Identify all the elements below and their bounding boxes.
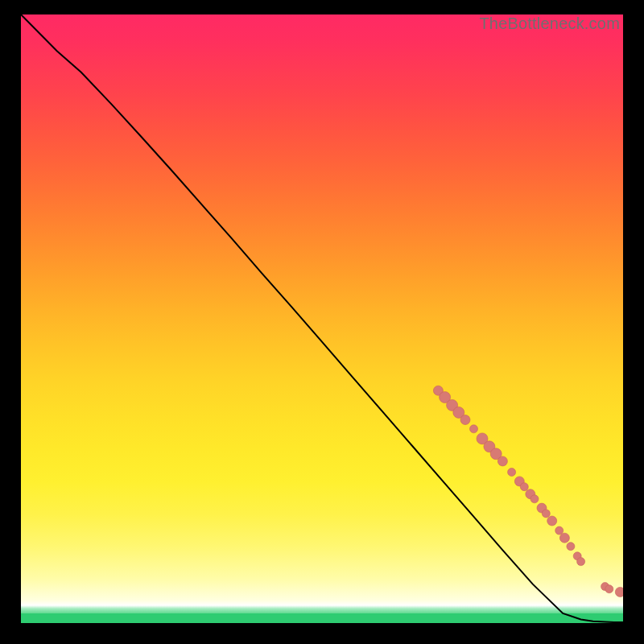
data-marker — [508, 469, 516, 477]
data-marker — [605, 585, 613, 593]
data-marker — [615, 587, 623, 597]
data-marker — [497, 456, 507, 466]
chart-overlay — [21, 14, 623, 623]
data-marker — [530, 495, 539, 503]
watermark-label: TheBottleneck.com — [479, 14, 620, 33]
chart-frame: TheBottleneck.com — [21, 14, 623, 623]
data-marker — [577, 558, 585, 566]
data-marker — [559, 533, 569, 543]
data-marker — [470, 425, 478, 433]
data-marker — [567, 543, 575, 551]
data-marker — [547, 516, 557, 526]
data-markers — [433, 386, 623, 597]
curve-line — [21, 14, 623, 622]
data-marker — [520, 483, 528, 491]
data-marker — [542, 510, 550, 518]
data-marker — [555, 526, 564, 535]
data-marker — [460, 415, 470, 425]
